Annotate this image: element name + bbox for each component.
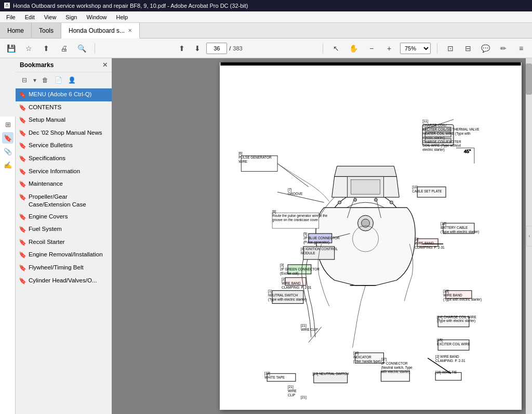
prev-page-button[interactable]: ⬆ (175, 42, 189, 55)
tab-tools[interactable]: Tools (32, 23, 61, 38)
svg-text:(Type with electric starter): (Type with electric starter) (268, 297, 307, 302)
bookmarks-close-button[interactable]: ✕ (102, 61, 108, 69)
page-input[interactable] (206, 43, 227, 54)
svg-text:NEUTRAL SWITCH: NEUTRAL SWITCH (268, 293, 298, 297)
svg-text:WHITE TAPE: WHITE TAPE (264, 376, 285, 379)
bookmark-icon: 🔖 (19, 239, 26, 247)
bookmark-label-menu: MENU (Adobe 6 Ctrl-Q) (29, 90, 91, 98)
signatures-panel-button[interactable]: ✍ (2, 159, 14, 171)
bookmarks-panel: Bookmarks ✕ ⊟ ▼ 🗑 📄 👤 🔖 MENU (Adobe 6 Ct… (16, 58, 112, 414)
bookmark-delete-button[interactable]: 🗑 (39, 74, 51, 86)
bookmark-options-button[interactable]: 👤 (66, 74, 78, 86)
svg-text:PULSE GENERATOR: PULSE GENERATOR (238, 156, 272, 159)
svg-text:[3]: [3] (280, 263, 284, 267)
bookmark-icon: 🔖 (19, 155, 26, 163)
zoom-out-button[interactable]: − (365, 42, 378, 55)
pages-panel-button[interactable]: ⊞ (2, 119, 14, 130)
menu-file[interactable]: File (2, 13, 20, 21)
menu-help[interactable]: Help (112, 13, 132, 21)
svg-text:[12]: [12] (441, 222, 446, 226)
svg-text:with electric starter): with electric starter) (380, 370, 410, 374)
comment-button[interactable]: 💬 (479, 42, 493, 55)
bookmark-icon: 🔖 (19, 226, 26, 234)
tab-home[interactable]: Home (0, 23, 32, 38)
svg-text:[17]: [17] (381, 357, 387, 361)
menu-window[interactable]: Window (82, 13, 111, 21)
bookmark-item-fuel[interactable]: 🔖 Fuel System (16, 223, 112, 236)
bookmark-icon: 🔖 (19, 142, 26, 150)
svg-text:[19] NEUTRAL SWITCH: [19] NEUTRAL SWITCH (313, 372, 349, 376)
tab-close-button[interactable]: ✕ (128, 28, 132, 33)
menu-view[interactable]: View (40, 13, 61, 21)
svg-text:[21]: [21] (288, 385, 294, 389)
fit-page-button[interactable]: ⊡ (444, 42, 457, 55)
svg-text:(Type with electric starter): (Type with electric starter) (443, 297, 482, 302)
more-tools-button[interactable]: ≡ (514, 42, 528, 55)
bookmark-list-view[interactable]: ⊟ (19, 74, 30, 86)
zoom-select[interactable]: 75% 50% 100% 125% 150% (400, 43, 431, 54)
bookmarks-panel-button[interactable]: 🔖 (2, 132, 14, 144)
bookmark-item-maintenance[interactable]: 🔖 Maintenance (16, 178, 112, 191)
svg-text:WIRE BAND: WIRE BAND (282, 281, 301, 285)
svg-text:Route the pulse generator wire: Route the pulse generator wire in the (272, 214, 327, 218)
bookmark-item-flywheel[interactable]: 🔖 Flywheel/Timing Belt (16, 262, 112, 275)
tab-document[interactable]: Honda Outboard s... ✕ (61, 23, 140, 38)
svg-text:CHARGE COIL/EXCITER: CHARGE COIL/EXCITER (422, 140, 461, 144)
svg-text:MODULE: MODULE (301, 251, 315, 255)
next-page-button[interactable]: ⬇ (191, 42, 204, 55)
svg-text:COIL WIRE (Type without: COIL WIRE (Type without (422, 144, 461, 148)
bookmark-icon: 🔖 (19, 104, 26, 112)
bookmark-item-engine-covers[interactable]: 🔖 Engine Covers (16, 211, 112, 224)
fit-width-button[interactable]: ⊟ (461, 42, 475, 55)
pdf-viewer[interactable]: 45° [6] PULSE GENERATOR WIRE (112, 58, 532, 414)
draw-button[interactable]: ✏ (497, 42, 510, 55)
bookmark-label-service-info: Service Information (29, 167, 80, 175)
bookmark-label-specs: Specifications (29, 154, 65, 162)
bookmark-item-setup[interactable]: 🔖 Setup Manual (16, 114, 112, 127)
hand-tool[interactable]: ✋ (347, 42, 361, 55)
bookmark-item-service-info[interactable]: 🔖 Service Information (16, 165, 112, 178)
print-button[interactable]: 🖨 (57, 42, 71, 55)
svg-text:CHARGE COIL/: CHARGE COIL/ (422, 123, 447, 127)
svg-point-39 (354, 198, 357, 201)
bookmark-label-dec02: Dec '02 Shop Manual News (29, 129, 102, 137)
bookmark-item-contents[interactable]: 🔖 CONTENTS (16, 101, 112, 114)
svg-text:[21]: [21] (301, 324, 307, 328)
svg-text:WIRE BAND: WIRE BAND (415, 241, 434, 245)
cursor-tool[interactable]: ↖ (329, 42, 343, 55)
chevron-down-icon: ▼ (32, 77, 37, 83)
bookmark-item-specs[interactable]: 🔖 Specifications (16, 152, 112, 165)
zoom-in-button[interactable]: + (382, 42, 396, 55)
attachments-panel-button[interactable]: 📎 (2, 146, 14, 157)
bookmark-icon: 🔖 (19, 277, 26, 286)
bookmark-new-button[interactable]: 📄 (53, 74, 64, 86)
svg-text:45°: 45° (464, 149, 471, 154)
bookmark-item-service-bulletins[interactable]: 🔖 Service Bulletins (16, 139, 112, 152)
app-icon: 🅰 (4, 3, 10, 9)
svg-text:2P BLUE CONNECTOR: 2P BLUE CONNECTOR (303, 236, 340, 240)
save-button[interactable]: 💾 (4, 42, 18, 55)
tab-bar: Home Tools Honda Outboard s... ✕ (0, 23, 532, 38)
sidebar-collapse-handle[interactable]: ‹ (526, 226, 532, 247)
svg-text:[11]: [11] (422, 119, 428, 123)
menu-edit[interactable]: Edit (21, 13, 39, 21)
bookmark-item-propeller[interactable]: 🔖 Propeller/Gear Case/Extension Case (16, 191, 112, 211)
toolbar: 💾 ☆ ⬆ 🖨 🔍 ⬆ ⬇ / 383 ↖ ✋ − + 75% 50% 100%… (0, 38, 532, 58)
bookmark-item-dec02[interactable]: 🔖 Dec '02 Shop Manual News (16, 127, 112, 140)
svg-point-38 (338, 201, 341, 204)
bookmark-item-engine-removal[interactable]: 🔖 Engine Removal/Installation (16, 249, 112, 262)
bookmark-item-cylinder[interactable]: 🔖 Cylinder Head/Valves/O... (16, 275, 112, 288)
bookmark-item-menu[interactable]: 🔖 MENU (Adobe 6 Ctrl-Q) (16, 88, 112, 101)
svg-text:(Pulse generator): (Pulse generator) (303, 240, 329, 244)
svg-text:CLIP: CLIP (288, 393, 295, 397)
search-button[interactable]: 🔍 (75, 42, 88, 55)
svg-text:2P CONNECTOR: 2P CONNECTOR (381, 361, 407, 365)
bookmark-item-recoil[interactable]: 🔖 Recoil Starter (16, 236, 112, 249)
bookmark-add-button[interactable]: ☆ (22, 42, 35, 55)
svg-text:[6]: [6] (238, 151, 242, 156)
svg-text:EXCITER COIL/SE THERMAL VALVE: EXCITER COIL/SE THERMAL VALVE (422, 127, 480, 131)
upload-button[interactable]: ⬆ (39, 42, 53, 55)
menu-sign[interactable]: Sign (61, 13, 81, 21)
bookmark-icon: 🔖 (19, 130, 26, 138)
scrollbar-thumb[interactable] (526, 63, 532, 95)
